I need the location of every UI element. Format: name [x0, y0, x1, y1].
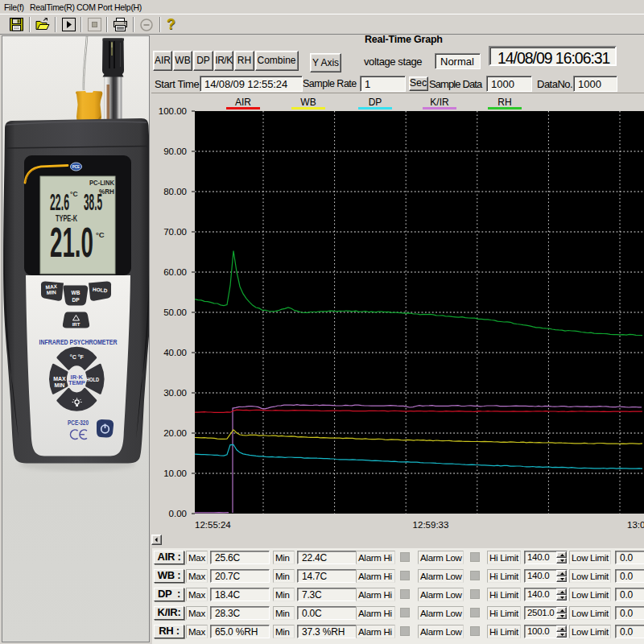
svg-text:RH: RH: [497, 97, 511, 108]
svg-text:100.00: 100.00: [159, 106, 187, 116]
svg-text:PCE-320: PCE-320: [68, 419, 89, 427]
svg-text:40.00: 40.00: [163, 348, 187, 357]
svg-text:°C: °C: [70, 190, 78, 198]
svg-text:13:03:42: 13:03:42: [627, 520, 644, 530]
svg-text:PC-LINK: PC-LINK: [89, 179, 114, 187]
svg-text:IRT: IRT: [72, 322, 80, 327]
svg-text:AIR: AIR: [235, 97, 251, 108]
svg-text:21.0: 21.0: [50, 219, 93, 266]
svg-text:°C: °C: [96, 230, 105, 239]
svg-text:60.00: 60.00: [163, 267, 187, 277]
svg-text:DP: DP: [369, 97, 382, 108]
svg-text:12:55:24: 12:55:24: [195, 520, 231, 530]
svg-text:20.00: 20.00: [163, 428, 187, 438]
svg-text:30.00: 30.00: [163, 388, 187, 398]
svg-text:K/IR: K/IR: [430, 97, 449, 108]
svg-text:0.00: 0.00: [169, 509, 187, 518]
svg-text:80.00: 80.00: [163, 187, 187, 196]
svg-text:MAX: MAX: [53, 376, 66, 382]
svg-text:MIN: MIN: [47, 289, 57, 295]
svg-text:38.5: 38.5: [84, 188, 102, 215]
svg-text:°C °F: °C °F: [70, 354, 85, 360]
svg-text:22.6: 22.6: [50, 188, 69, 215]
svg-text:12:59:33: 12:59:33: [413, 520, 449, 530]
svg-text:50.00: 50.00: [163, 308, 187, 317]
svg-text:70.00: 70.00: [163, 227, 187, 237]
svg-text:TEMP: TEMP: [68, 379, 85, 386]
svg-text:INFRARED PSYCHROMETER: INFRARED PSYCHROMETER: [39, 338, 118, 346]
svg-text:90.00: 90.00: [163, 147, 187, 156]
svg-text:DP: DP: [72, 297, 80, 303]
svg-text:HOLD: HOLD: [86, 377, 99, 382]
svg-text:MIN: MIN: [55, 382, 65, 388]
svg-text:WB: WB: [300, 97, 316, 108]
svg-text:WB: WB: [72, 290, 80, 295]
svg-text:10.00: 10.00: [163, 469, 187, 478]
svg-text:PCE: PCE: [72, 165, 80, 169]
